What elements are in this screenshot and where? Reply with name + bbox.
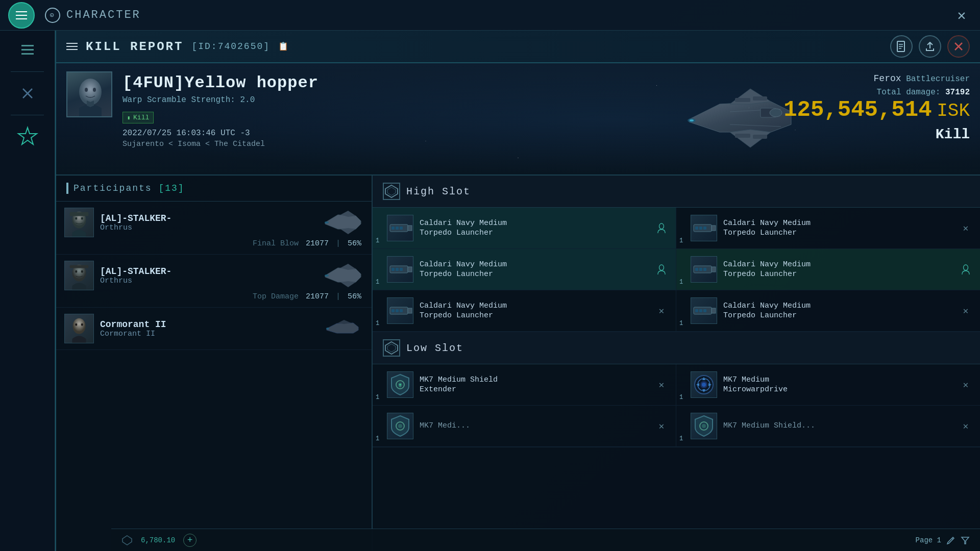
filter-icon[interactable] — [961, 536, 970, 545]
low-slot-header: Low Slot — [373, 332, 980, 364]
item-qty-2: 1 — [679, 237, 683, 244]
sidebar-close-icon[interactable] — [16, 82, 39, 105]
svg-point-29 — [325, 221, 329, 223]
equipment-item-4[interactable]: 1 Caldari Navy MediumTorpedo Launcher — [676, 249, 980, 290]
close-panel-button[interactable] — [947, 35, 970, 58]
svg-rect-18 — [753, 135, 767, 139]
svg-rect-51 — [703, 227, 706, 230]
item-icon-2 — [691, 215, 717, 241]
report-button[interactable] — [890, 35, 913, 58]
low-equipment-item-4[interactable]: 1 MK7 Medium Shield... ✕ — [676, 406, 980, 447]
ship-thumb-2 — [323, 263, 363, 288]
page-info: Page 1 — [916, 536, 941, 544]
svg-point-57 — [659, 265, 664, 270]
kill-location: Sujarento < Isoma < The Citadel — [122, 140, 318, 148]
low-item-qty-3: 1 — [376, 435, 379, 442]
share-button[interactable] — [919, 35, 941, 58]
item-action-6[interactable]: ✕ — [960, 305, 972, 317]
kill-info-right: Ferox Battlecruiser Total damage: 37192 … — [783, 73, 970, 142]
svg-point-24 — [770, 109, 782, 117]
low-item-name-4: MK7 Medium Shield... — [723, 421, 815, 431]
svg-marker-75 — [387, 344, 396, 352]
item-icon-5 — [387, 297, 413, 324]
equipment-item-3[interactable]: 1 Caldari Navy MediumTorpedo Launcher — [373, 249, 676, 290]
victim-info: [4FUN]Yellow hopper Warp Scramble Streng… — [66, 71, 318, 148]
item-action-3[interactable] — [655, 263, 668, 276]
ship-thumb-3 — [323, 316, 363, 341]
participant-info-1: [AL]-STALKER- Orthrus — [100, 213, 172, 232]
participant-stats-1: Final Blow 21077 | 56% — [64, 239, 363, 248]
participant-name-3: Cormorant II — [100, 319, 166, 330]
high-slot-icon — [383, 183, 400, 200]
participant-name-1: [AL]-STALKER- — [100, 213, 172, 223]
damage-row: Total damage: 37192 — [783, 88, 970, 97]
participants-header: Participants [13] — [56, 176, 372, 202]
svg-point-14 — [93, 88, 96, 92]
svg-marker-40 — [387, 187, 396, 195]
item-action-5[interactable]: ✕ — [655, 305, 668, 317]
participant-info-2: [AL]-STALKER- Orthrus — [100, 266, 172, 285]
svg-line-89 — [952, 538, 953, 539]
participant-item[interactable]: [AL]-STALKER- Orthrus Final Blow — [56, 202, 372, 255]
svg-rect-56 — [400, 268, 403, 271]
stat-label-1: Final Blow — [253, 239, 299, 248]
item-action-4[interactable] — [960, 263, 972, 276]
svg-rect-33 — [70, 265, 89, 268]
plus-button[interactable]: + — [183, 534, 197, 547]
sidebar-star-icon[interactable] — [16, 126, 39, 148]
damage-value: 37192 — [945, 88, 970, 97]
low-equipment-item-3[interactable]: 1 MK7 Medi... ✕ — [373, 406, 676, 447]
main-panel: KILL REPORT [ID:7402650] 📋 — [55, 31, 980, 551]
svg-rect-72 — [699, 309, 702, 312]
sidebar-menu-icon[interactable] — [16, 39, 39, 61]
content-area: Participants [13] — [56, 176, 980, 551]
low-item-action-3[interactable]: ✕ — [655, 420, 668, 432]
low-equipment-item-1[interactable]: 1 + MK7 Medium ShieldExtender ✕ — [373, 364, 676, 406]
participant-stats-2: Top Damage 21077 | 56% — [64, 292, 363, 301]
low-item-action-2[interactable]: ✕ — [960, 379, 972, 391]
svg-rect-71 — [695, 309, 698, 312]
edit-icon[interactable] — [946, 536, 955, 545]
svg-point-37 — [81, 323, 83, 326]
panel-menu-button[interactable] — [66, 43, 78, 50]
item-action-1[interactable] — [655, 222, 668, 234]
participant-item-3[interactable]: Cormorant II Cormorant II — [56, 308, 372, 350]
item-name-1: Caldari Navy MediumTorpedo Launcher — [420, 218, 507, 238]
participants-title: Participants [13] — [74, 183, 185, 193]
equipment-item-2[interactable]: 1 Caldari Navy MediumTorpedo Launcher ✕ — [676, 208, 980, 249]
item-action-2[interactable]: ✕ — [960, 222, 972, 234]
participant-ship-3: Cormorant II — [100, 330, 166, 338]
panel-actions — [890, 35, 970, 58]
svg-rect-0 — [21, 45, 34, 46]
participant-item-2[interactable]: [AL]-STALKER- Orthrus Top Damage — [56, 255, 372, 308]
equipment-item-5[interactable]: 1 Caldari Navy MediumTorpedo Launcher ✕ — [373, 290, 676, 332]
victim-stat: Warp Scramble Strength: 2.0 — [122, 95, 318, 105]
svg-point-85 — [398, 424, 402, 428]
close-top-button[interactable]: ✕ — [951, 5, 972, 26]
item-icon-6 — [691, 297, 717, 324]
participant-top-3: Cormorant II Cormorant II — [64, 314, 363, 343]
copy-icon[interactable]: 📋 — [278, 41, 288, 52]
low-item-action-1[interactable]: ✕ — [655, 379, 668, 391]
participants-panel: Participants [13] — [56, 176, 373, 551]
low-item-action-4[interactable]: ✕ — [960, 420, 972, 432]
low-item-icon-4 — [691, 413, 717, 439]
participant-top-1: [AL]-STALKER- Orthrus — [64, 208, 363, 237]
sidebar-divider-1 — [11, 71, 43, 72]
svg-point-27 — [81, 217, 83, 220]
svg-rect-59 — [712, 267, 716, 272]
stat-damage-1: 21077 — [306, 239, 329, 248]
item-name-6: Caldari Navy MediumTorpedo Launcher — [723, 301, 811, 321]
kill-datetime: 2022/07/25 16:03:46 UTC -3 — [122, 129, 318, 138]
item-qty-5: 1 — [376, 320, 379, 327]
hamburger-button[interactable] — [8, 2, 35, 29]
panel-header: KILL REPORT [ID:7402650] 📋 — [56, 31, 980, 63]
participant-ship-1: Orthrus — [100, 223, 172, 232]
svg-text:+: + — [399, 384, 402, 390]
svg-rect-28 — [70, 212, 89, 216]
equipment-item-1[interactable]: 1 Caldari Navy MediumTorpedo Launcher — [373, 208, 676, 249]
svg-rect-43 — [391, 227, 395, 230]
equipment-item-6[interactable]: 1 Caldari Navy MediumTorpedo Launcher ✕ — [676, 290, 980, 332]
low-equipment-item-2[interactable]: 1 MK7 MediumMicrowarpd — [676, 364, 980, 406]
victim-avatar — [66, 71, 112, 117]
